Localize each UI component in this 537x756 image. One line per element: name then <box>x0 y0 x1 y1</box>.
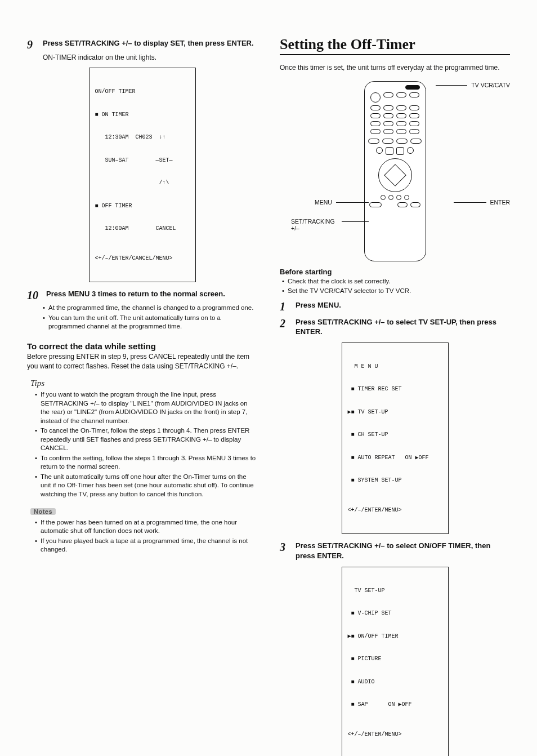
step-text: Press SET/TRACKING +/– to select ON/OFF … <box>296 541 510 561</box>
osd-line: 12:30AM CH023 ↓↑ <box>95 134 190 141</box>
remote-diagram: TV VCR/CATV MENU ENTER SET/TRACKING +/– <box>280 76 510 262</box>
osd-line: ■ V-CHIP SET <box>348 610 442 617</box>
step-number: 1 <box>280 300 292 313</box>
remote-outline <box>364 81 426 261</box>
intro-text: Once this timer is set, the unit turns o… <box>280 63 510 73</box>
osd-line: M E N U <box>348 363 442 371</box>
step-text: Press MENU 3 times to return to the norm… <box>46 289 225 299</box>
page-title: Setting the Off-Timer <box>280 36 510 53</box>
step-10: 10 Press MENU 3 times to return to the n… <box>27 289 257 301</box>
step-number: 10 <box>27 289 43 301</box>
osd-line: ■ TIMER REC SET <box>348 385 442 393</box>
title-rule <box>280 54 510 55</box>
osd-footer: <+/–/ENTER/CANCEL/MENU> <box>95 255 190 263</box>
tips-label: Tips <box>30 379 257 388</box>
osd-line: ■ ON TIMER <box>95 111 190 119</box>
osd-line: ■ SYSTEM SET-UP <box>348 477 442 484</box>
step-text: Press SET/TRACKING +/– to select TV SET-… <box>296 317 510 337</box>
tip-item: To cancel the On-Timer, follow the steps… <box>35 426 257 453</box>
step-text: Press MENU. <box>296 300 341 310</box>
osd-line: ▶■ ON/OFF TIMER <box>348 633 442 641</box>
osd-line: ■ SAP ON ▶OFF <box>348 701 442 709</box>
osd-footer: <+/–/ENTER/MENU> <box>348 506 442 514</box>
osd-line: ■ CH SET-UP <box>348 431 442 439</box>
label-enter: ENTER <box>490 199 510 206</box>
correct-body: Before pressing ENTER in step 9, press C… <box>27 352 257 371</box>
tip-item: The unit automatically turns off one hou… <box>35 473 257 499</box>
step-number: 3 <box>280 541 292 553</box>
osd-footer: <+/–/ENTER/MENU> <box>348 731 442 739</box>
step-number: 2 <box>280 317 292 330</box>
correct-heading: To correct the data while setting <box>27 341 257 351</box>
osd-line: /↑\ <box>95 179 190 187</box>
bullet-item: You can turn the unit off. The unit auto… <box>43 314 257 331</box>
osd-line: ON/OFF TIMER <box>95 88 190 96</box>
osd-line: ■ AUTO REPEAT ON ▶OFF <box>348 454 442 462</box>
label-menu: MENU <box>315 199 332 206</box>
osd-step-9: ON/OFF TIMER ■ ON TIMER 12:30AM CH023 ↓↑… <box>89 68 196 282</box>
step-9: 9 Press SET/TRACKING +/– to display SET,… <box>27 38 257 51</box>
step-2: 2 Press SET/TRACKING +/– to select TV SE… <box>280 317 510 337</box>
osd-line: 12:00AM CANCEL <box>95 225 190 233</box>
step-number: 9 <box>27 38 39 51</box>
osd-line: TV SET-UP <box>348 587 442 595</box>
label-tvvcr: TV VCR/CATV <box>471 82 510 88</box>
osd-line: ■ PICTURE <box>348 655 442 663</box>
before-item: Set the TV VCR/CATV selector to TV VCR. <box>282 287 510 296</box>
tip-item: If you want to watch the program through… <box>35 390 257 425</box>
osd-line: SUN–SAT —SET— <box>95 157 190 164</box>
osd-line: ▶■ TV SET-UP <box>348 408 442 416</box>
osd-line: ■ AUDIO <box>348 678 442 686</box>
before-starting-heading: Before starting <box>280 268 510 276</box>
osd-step-2: M E N U ■ TIMER REC SET ▶■ TV SET-UP ■ C… <box>342 343 449 535</box>
label-settracking: SET/TRACKING +/– <box>291 218 335 232</box>
tip-item: To confirm the setting, follow the steps… <box>35 454 257 472</box>
osd-line: ■ OFF TIMER <box>95 202 190 210</box>
note-item: If the power has been turned on at a pro… <box>35 518 257 536</box>
step-3: 3 Press SET/TRACKING +/– to select ON/OF… <box>280 541 510 561</box>
osd-step-3: TV SET-UP ■ V-CHIP SET ▶■ ON/OFF TIMER ■… <box>342 567 449 756</box>
step-1: 1 Press MENU. <box>280 300 510 313</box>
before-item: Check that the clock is set correctly. <box>282 277 510 286</box>
bullet-item: At the programmed time, the channel is c… <box>43 304 257 313</box>
step-text: Press SET/TRACKING +/– to display SET, t… <box>43 38 254 48</box>
step-9-sub: ON-TIMER indicator on the unit lights. <box>43 53 257 62</box>
notes-label: Notes <box>30 508 56 515</box>
note-item: If you have played back a tape at a prog… <box>35 537 257 554</box>
